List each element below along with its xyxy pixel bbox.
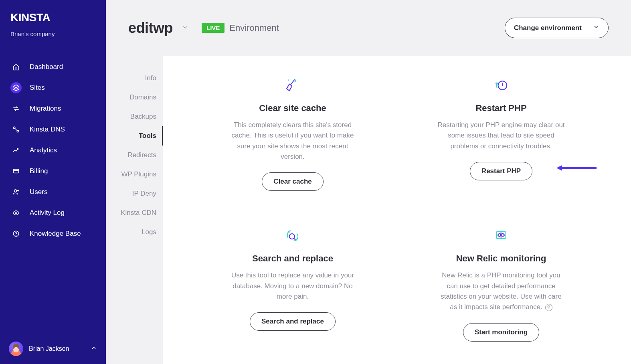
- submenu-tools[interactable]: Tools: [106, 126, 163, 146]
- card-desc: Use this tool to replace any value in yo…: [229, 270, 357, 302]
- body: Info Domains Backups Tools Redirects WP …: [106, 56, 631, 364]
- site-dropdown[interactable]: [182, 24, 189, 32]
- svg-point-11: [500, 235, 502, 236]
- search-replace-icon: [200, 227, 385, 245]
- card-clear-cache: Clear site cache This completely clears …: [200, 77, 385, 191]
- monitoring-icon: [409, 227, 593, 245]
- card-new-relic: New Relic monitoring New Relic is a PHP …: [409, 227, 593, 341]
- nav-migrations[interactable]: Migrations: [0, 98, 106, 119]
- clear-cache-button[interactable]: Clear cache: [262, 172, 323, 191]
- main-nav: Dashboard Sites Migrations Kinsta DNS An…: [0, 57, 106, 244]
- home-icon: [10, 61, 22, 73]
- chevron-down-icon: [593, 24, 599, 32]
- tools-panel: Clear site cache This completely clears …: [163, 56, 631, 364]
- nav-label: Sites: [30, 84, 45, 92]
- nav-knowledge-base[interactable]: Knowledge Base: [0, 223, 106, 244]
- submenu-domains[interactable]: Domains: [106, 88, 163, 107]
- main-area: editwp LIVE Environment Change environme…: [106, 0, 631, 364]
- submenu-backups[interactable]: Backups: [106, 107, 163, 126]
- card-search-replace: Search and replace Use this tool to repl…: [200, 227, 385, 341]
- card-title: Search and replace: [200, 253, 385, 264]
- nav-label: Knowledge Base: [30, 230, 81, 238]
- submenu-logs[interactable]: Logs: [106, 222, 163, 242]
- submenu-kinsta-cdn[interactable]: Kinsta CDN: [106, 203, 163, 222]
- nav-dashboard[interactable]: Dashboard: [0, 57, 106, 77]
- dns-icon: [10, 124, 22, 135]
- nav-sites[interactable]: Sites: [0, 77, 106, 98]
- user-name: Brian Jackson: [29, 345, 69, 352]
- chevron-up-icon: [91, 345, 97, 353]
- card-title: Restart PHP: [409, 103, 593, 113]
- search-replace-button[interactable]: Search and replace: [250, 312, 336, 331]
- restart-php-button[interactable]: Restart PHP: [470, 162, 532, 180]
- broom-icon: [200, 77, 385, 94]
- power-restart-icon: [409, 77, 593, 94]
- nav-label: Dashboard: [30, 63, 63, 71]
- site-name: editwp: [128, 20, 173, 36]
- card-desc: New Relic is a PHP monitoring tool you c…: [437, 270, 565, 312]
- card-desc: This completely clears this site's store…: [229, 120, 357, 162]
- help-icon: [10, 228, 22, 239]
- stack-icon: [10, 82, 22, 93]
- svg-point-6: [16, 235, 16, 235]
- user-plus-icon: [10, 186, 22, 198]
- svg-point-9: [289, 234, 295, 239]
- submenu-wp-plugins[interactable]: WP Plugins: [106, 165, 163, 184]
- submenu-ip-deny[interactable]: IP Deny: [106, 184, 163, 203]
- environment-label: Environment: [229, 23, 279, 33]
- live-badge: LIVE: [202, 23, 224, 33]
- card-icon: [10, 166, 22, 177]
- nav-label: Users: [30, 188, 47, 196]
- nav-billing[interactable]: Billing: [0, 161, 106, 182]
- submenu-redirects[interactable]: Redirects: [106, 146, 163, 165]
- card-desc: Restarting your PHP engine may clear out…: [437, 120, 565, 152]
- user-menu[interactable]: Brian Jackson: [0, 342, 106, 356]
- nav-users[interactable]: Users: [0, 182, 106, 202]
- annotation-arrow: [556, 164, 597, 170]
- nav-activity-log[interactable]: Activity Log: [0, 202, 106, 223]
- nav-kinsta-dns[interactable]: Kinsta DNS: [0, 119, 106, 140]
- sidebar: KINSTA Brian's company Dashboard Sites M…: [0, 0, 106, 364]
- avatar: [9, 342, 23, 356]
- card-title: New Relic monitoring: [409, 253, 593, 264]
- company-name: Brian's company: [0, 24, 106, 37]
- svg-point-3: [14, 190, 17, 192]
- topbar: editwp LIVE Environment Change environme…: [106, 0, 631, 56]
- nav-label: Kinsta DNS: [30, 125, 65, 133]
- change-environment-label: Change environment: [514, 24, 582, 32]
- card-title: Clear site cache: [200, 103, 385, 113]
- eye-icon: [10, 207, 22, 218]
- site-submenu: Info Domains Backups Tools Redirects WP …: [106, 62, 163, 364]
- card-restart-php: Restart PHP Restarting your PHP engine m…: [409, 77, 593, 191]
- change-environment-button[interactable]: Change environment: [505, 18, 609, 38]
- submenu-info[interactable]: Info: [106, 69, 163, 88]
- svg-rect-2: [13, 170, 19, 173]
- help-tooltip-icon[interactable]: ?: [545, 304, 552, 311]
- nav-analytics[interactable]: Analytics: [0, 140, 106, 161]
- brand-logo: KINSTA: [0, 11, 106, 24]
- chart-icon: [10, 145, 22, 156]
- nav-label: Billing: [30, 167, 48, 175]
- nav-label: Migrations: [30, 105, 61, 113]
- svg-point-4: [15, 212, 17, 214]
- arrows-icon: [10, 103, 22, 114]
- start-monitoring-button[interactable]: Start monitoring: [463, 323, 539, 342]
- nav-label: Activity Log: [30, 209, 65, 217]
- nav-label: Analytics: [30, 146, 57, 154]
